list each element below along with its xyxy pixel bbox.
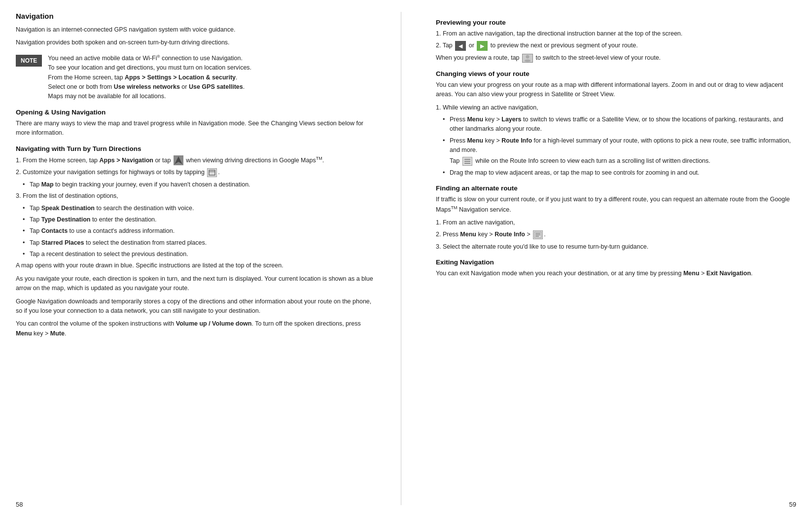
page-number-right: 59 bbox=[789, 501, 796, 508]
section-heading-exiting: Exiting Navigation bbox=[436, 258, 796, 266]
section-heading-navigating: Navigating with Turn by Turn Directions bbox=[16, 145, 376, 152]
bullet-list-map: Tap Map to begin tracking your journey, … bbox=[25, 180, 376, 189]
bullet-layers: Press Menu key > Layers to switch to vie… bbox=[445, 115, 796, 134]
para-volume: You can control the volume of the spoken… bbox=[16, 319, 376, 338]
column-divider bbox=[401, 12, 401, 505]
exiting-para: You can exit Navigation mode when you re… bbox=[436, 269, 796, 278]
changing-para: You can view your progress on your route… bbox=[436, 80, 796, 100]
section-heading-preview: Previewing your route bbox=[436, 19, 796, 26]
preview-step-2: 2. Tap ◀ or ▶ to preview the next or pre… bbox=[436, 41, 796, 51]
preview-step-3: When you preview a route, tap to switch … bbox=[436, 53, 796, 63]
section1-text: There are many ways to view the map and … bbox=[16, 119, 376, 138]
note-line-1: You need an active mobile data or Wi-Fi®… bbox=[48, 55, 243, 62]
section-heading-changing: Changing views of your route bbox=[436, 70, 796, 77]
left-arrow-icon: ◀ bbox=[455, 41, 466, 51]
para-downloads: Google Navigation downloads and temporar… bbox=[16, 297, 376, 316]
para-navigate: As you navigate your route, each directi… bbox=[16, 274, 376, 294]
destination-bullets: Tap Speak Destination to search the dest… bbox=[25, 204, 376, 259]
bullet-recent: Tap a recent destination to select the p… bbox=[25, 250, 376, 259]
svg-point-4 bbox=[525, 60, 530, 62]
svg-marker-0 bbox=[175, 156, 182, 164]
step-3: 3. From the list of destination options, bbox=[16, 191, 376, 201]
bullet-type: Tap Type Destination to enter the destin… bbox=[25, 215, 376, 224]
preview-step-1: 1. From an active navigation, tap the di… bbox=[436, 29, 796, 38]
left-column: Navigation Navigation is an internet-con… bbox=[16, 12, 376, 505]
note-content: You need an active mobile data or Wi-Fi®… bbox=[42, 54, 251, 102]
list-icon bbox=[462, 157, 472, 166]
step-1: 1. From the Home screen, tap Apps > Navi… bbox=[16, 155, 376, 166]
note-line-4: Select one or both from Use wireless net… bbox=[48, 83, 245, 90]
page-number-left: 58 bbox=[16, 501, 23, 508]
bullet-drag: Drag the map to view adjacent areas, or … bbox=[445, 168, 796, 178]
svg-point-3 bbox=[526, 55, 530, 59]
bullet-speak: Tap Speak Destination to search the dest… bbox=[25, 204, 376, 213]
svg-rect-1 bbox=[209, 170, 215, 175]
note-box: NOTE You need an active mobile data or W… bbox=[16, 54, 376, 102]
bullet-map: Tap Map to begin tracking your journey, … bbox=[25, 180, 376, 189]
finding-step-3: 3. Select the alternate route you'd like… bbox=[436, 242, 796, 252]
tap-list-inline: Tap while on the Route Info screen to vi… bbox=[450, 156, 710, 166]
note-line-2: To see your location and get directions,… bbox=[48, 64, 251, 71]
step-2: 2. Customize your navigation settings fo… bbox=[16, 168, 376, 177]
page-title-left: Navigation bbox=[16, 12, 376, 20]
navigation-icon bbox=[174, 155, 183, 165]
para-map-opens: A map opens with your route drawn in blu… bbox=[16, 261, 376, 270]
bullet-starred: Tap Starred Places to select the destina… bbox=[25, 238, 376, 248]
note-line-3: From the Home screen, tap Apps > Setting… bbox=[48, 74, 237, 81]
section-heading-opening: Opening & Using Navigation bbox=[16, 109, 376, 116]
changing-bullets: Press Menu key > Layers to switch to vie… bbox=[445, 115, 796, 178]
finding-para: If traffic is slow on your current route… bbox=[436, 195, 796, 215]
street-view-icon bbox=[522, 54, 533, 63]
note-label: NOTE bbox=[16, 55, 42, 67]
right-arrow-icon: ▶ bbox=[477, 41, 488, 51]
intro-text-1: Navigation is an internet-connected GPS … bbox=[16, 25, 376, 35]
finding-step-2: 2. Press Menu key > Route Info > . bbox=[436, 230, 796, 239]
while-viewing: 1. While viewing an active navigation, bbox=[436, 103, 796, 112]
route-icon bbox=[533, 230, 543, 239]
right-column: Previewing your route 1. From an active … bbox=[426, 12, 796, 505]
section-heading-finding: Finding an alternate route bbox=[436, 185, 796, 192]
settings-icon bbox=[207, 168, 217, 177]
intro-text-2: Navigation provides both spoken and on-s… bbox=[16, 38, 376, 47]
finding-step-1: 1. From an active navigation, bbox=[436, 218, 796, 227]
note-line-5: Maps may not be available for all locati… bbox=[48, 93, 166, 100]
bullet-route-info: Press Menu key > Route Info for a high-l… bbox=[445, 136, 796, 166]
bullet-contacts: Tap Contacts to use a contact's address … bbox=[25, 226, 376, 236]
